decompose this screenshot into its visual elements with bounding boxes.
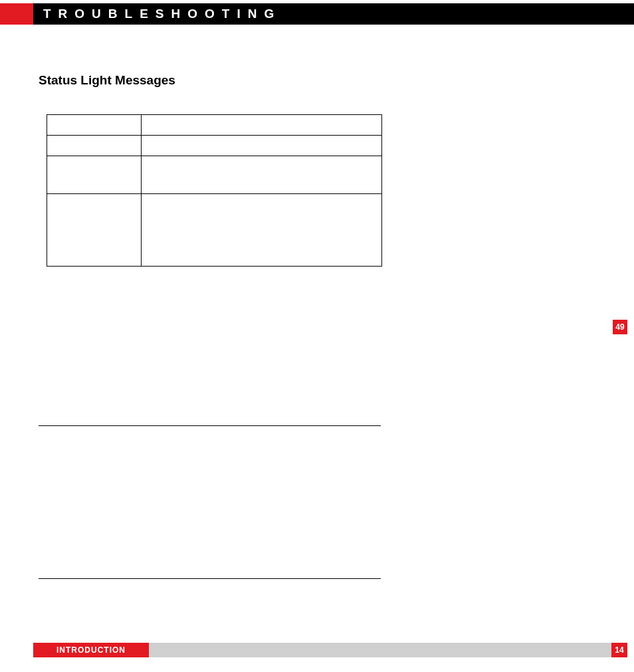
horizontal-rule: [39, 425, 381, 426]
status-table: [47, 114, 382, 267]
table-row: [47, 115, 382, 136]
page-header-title: TROUBLESHOOTING: [43, 3, 281, 25]
table-cell: [141, 194, 381, 267]
footer-page-number: 14: [611, 643, 627, 657]
footer-section-label: INTRODUCTION: [33, 643, 149, 657]
side-page-tab: 49: [613, 320, 627, 334]
footer-bar: INTRODUCTION 14: [0, 643, 634, 657]
footer-strip: [149, 643, 612, 657]
content-area: Status Light Messages: [39, 73, 384, 267]
table-row: [47, 194, 382, 267]
table-cell: [141, 136, 381, 156]
section-title: Status Light Messages: [39, 73, 384, 88]
header-accent: [0, 3, 33, 25]
table-cell: [47, 136, 142, 156]
table-row: [47, 136, 382, 156]
horizontal-rule: [39, 578, 381, 579]
table-cell: [47, 115, 142, 136]
table-cell: [47, 194, 142, 267]
table-cell: [141, 156, 381, 194]
table-cell: [47, 156, 142, 194]
table-cell: [141, 115, 381, 136]
table-row: [47, 156, 382, 194]
